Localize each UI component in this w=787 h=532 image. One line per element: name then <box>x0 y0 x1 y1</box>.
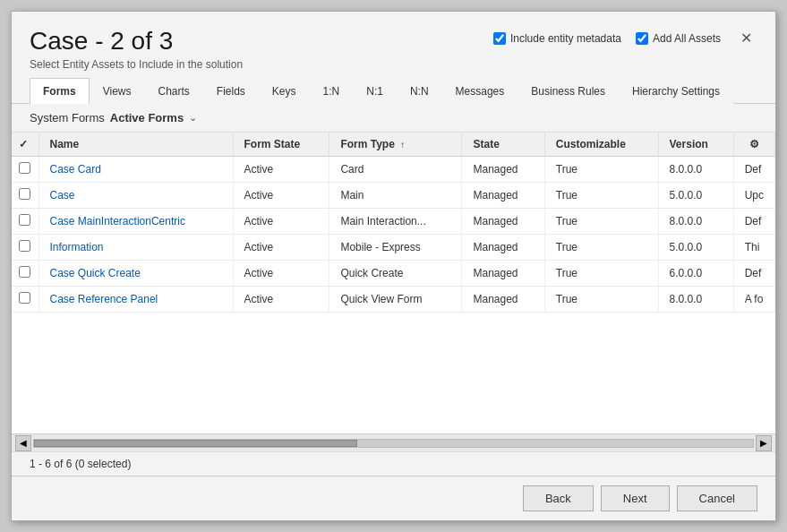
row-extra: Upc <box>733 182 774 208</box>
row-checkbox[interactable] <box>12 182 38 208</box>
row-customizable: True <box>544 182 658 208</box>
row-customizable: True <box>544 286 658 312</box>
scroll-thumb[interactable] <box>34 440 357 447</box>
tab-n1[interactable]: N:1 <box>353 78 397 104</box>
row-form-type: Quick Create <box>329 260 462 286</box>
tab-1n[interactable]: 1:N <box>310 78 354 104</box>
table-row: InformationActiveMobile - ExpressManaged… <box>12 234 775 260</box>
row-name[interactable]: Case MainInteractionCentric <box>38 208 233 234</box>
table-row: Case CardActiveCardManagedTrue8.0.0.0Def <box>12 156 775 182</box>
row-customizable: True <box>544 234 658 260</box>
row-state: Managed <box>462 260 544 286</box>
col-state[interactable]: State <box>462 133 544 157</box>
row-checkbox[interactable] <box>12 234 38 260</box>
row-checkbox[interactable] <box>12 260 38 286</box>
col-form-state[interactable]: Form State <box>233 133 329 157</box>
row-version: 8.0.0.0 <box>658 156 733 182</box>
row-form-type: Mobile - Express <box>329 234 462 260</box>
dropdown-arrow-icon[interactable]: ⌄ <box>189 112 197 124</box>
header-left: Case - 2 of 3 Select Entity Assets to In… <box>30 26 243 71</box>
tab-business-rules[interactable]: Business Rules <box>518 78 619 104</box>
row-name[interactable]: Case Reference Panel <box>38 286 233 312</box>
table-container: ✓ Name Form State Form Type ↑ State Cust… <box>12 133 775 433</box>
table-body: Case CardActiveCardManagedTrue8.0.0.0Def… <box>12 156 775 312</box>
row-extra: Def <box>733 156 774 182</box>
row-state: Managed <box>462 286 544 312</box>
tab-keys[interactable]: Keys <box>259 78 310 104</box>
back-button[interactable]: Back <box>523 485 594 511</box>
section-header: System Forms Active Forms ⌄ <box>12 104 775 133</box>
status-text: 1 - 6 of 6 (0 selected) <box>30 458 131 470</box>
add-all-assets-label: Add All Assets <box>653 32 721 45</box>
row-customizable: True <box>544 208 658 234</box>
include-metadata-option[interactable]: Include entity metadata <box>493 32 621 45</box>
row-form-type: Main <box>329 182 462 208</box>
tabs-bar: Forms Views Charts Fields Keys 1:N N:1 N… <box>12 78 775 104</box>
row-name[interactable]: Case Quick Create <box>38 260 233 286</box>
col-check[interactable]: ✓ <box>12 133 38 157</box>
col-version[interactable]: Version <box>658 133 733 157</box>
header-right: Include entity metadata Add All Assets ✕ <box>493 30 757 47</box>
active-forms-label: Active Forms <box>110 111 184 124</box>
tab-messages[interactable]: Messages <box>442 78 518 104</box>
row-name[interactable]: Case <box>38 182 233 208</box>
row-form-state: Active <box>233 286 329 312</box>
row-extra: Thi <box>733 234 774 260</box>
row-form-type: Main Interaction... <box>329 208 462 234</box>
table-row: Case Reference PanelActiveQuick View For… <box>12 286 775 312</box>
row-checkbox[interactable] <box>12 286 38 312</box>
dialog-subtitle: Select Entity Assets to Include in the s… <box>30 58 243 71</box>
row-name[interactable]: Information <box>38 234 233 260</box>
row-version: 5.0.0.0 <box>658 182 733 208</box>
row-form-state: Active <box>233 234 329 260</box>
sort-icon: ↑ <box>400 140 405 150</box>
table-row: CaseActiveMainManagedTrue5.0.0.0Upc <box>12 182 775 208</box>
scroll-track[interactable] <box>33 439 754 448</box>
col-settings[interactable]: ⚙ <box>733 133 774 157</box>
tab-charts[interactable]: Charts <box>144 78 202 104</box>
tab-forms[interactable]: Forms <box>30 78 90 104</box>
forms-table: ✓ Name Form State Form Type ↑ State Cust… <box>12 133 775 313</box>
row-form-state: Active <box>233 182 329 208</box>
row-state: Managed <box>462 182 544 208</box>
table-row: Case Quick CreateActiveQuick CreateManag… <box>12 260 775 286</box>
table-header: ✓ Name Form State Form Type ↑ State Cust… <box>12 133 775 157</box>
scroll-right-button[interactable]: ▶ <box>756 435 772 451</box>
dialog-header: Case - 2 of 3 Select Entity Assets to In… <box>12 12 775 78</box>
tab-hierarchy-settings[interactable]: Hierarchy Settings <box>619 78 733 104</box>
scroll-left-button[interactable]: ◀ <box>15 435 31 451</box>
table-row: Case MainInteractionCentricActiveMain In… <box>12 208 775 234</box>
row-checkbox[interactable] <box>12 208 38 234</box>
tab-views[interactable]: Views <box>90 78 145 104</box>
main-dialog: Case - 2 of 3 Select Entity Assets to In… <box>11 11 776 521</box>
row-state: Managed <box>462 234 544 260</box>
add-all-assets-option[interactable]: Add All Assets <box>636 32 721 45</box>
row-version: 5.0.0.0 <box>658 234 733 260</box>
system-forms-label: System Forms <box>30 111 105 124</box>
next-button[interactable]: Next <box>601 485 670 511</box>
row-name[interactable]: Case Card <box>38 156 233 182</box>
footer: Back Next Cancel <box>12 476 775 520</box>
col-customizable[interactable]: Customizable <box>544 133 658 157</box>
status-bar: 1 - 6 of 6 (0 selected) <box>12 451 775 476</box>
cancel-button[interactable]: Cancel <box>677 485 757 511</box>
close-button[interactable]: ✕ <box>735 30 757 47</box>
horizontal-scrollbar[interactable]: ◀ ▶ <box>12 433 775 451</box>
tab-fields[interactable]: Fields <box>203 78 259 104</box>
row-customizable: True <box>544 156 658 182</box>
row-form-state: Active <box>233 156 329 182</box>
row-extra: Def <box>733 208 774 234</box>
include-metadata-checkbox[interactable] <box>493 32 506 45</box>
row-checkbox[interactable] <box>12 156 38 182</box>
col-name[interactable]: Name <box>38 133 233 157</box>
col-form-type[interactable]: Form Type ↑ <box>329 133 462 157</box>
tab-nn[interactable]: N:N <box>397 78 442 104</box>
dialog-title: Case - 2 of 3 <box>30 26 243 56</box>
row-state: Managed <box>462 208 544 234</box>
row-version: 6.0.0.0 <box>658 260 733 286</box>
row-extra: A fo <box>733 286 774 312</box>
row-form-state: Active <box>233 208 329 234</box>
row-extra: Def <box>733 260 774 286</box>
add-all-assets-checkbox[interactable] <box>636 32 648 45</box>
row-customizable: True <box>544 260 658 286</box>
